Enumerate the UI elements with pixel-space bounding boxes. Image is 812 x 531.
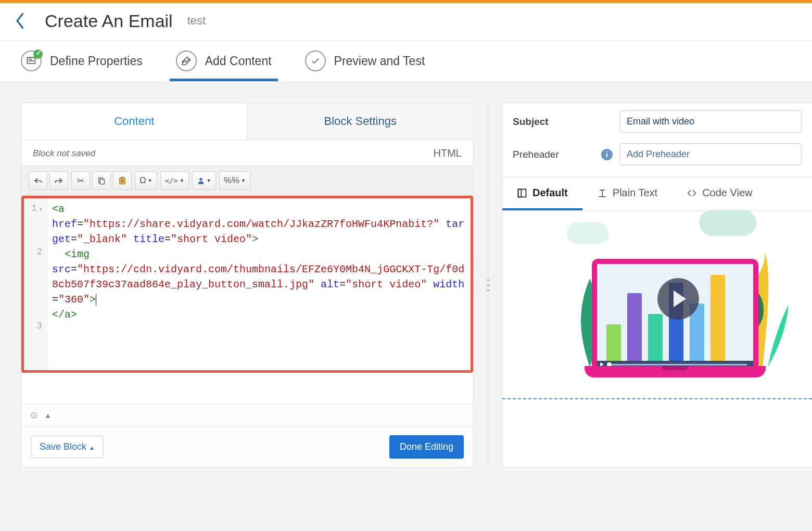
back-button[interactable]: [12, 10, 28, 31]
copy-button[interactable]: [92, 171, 111, 190]
code-view-icon: [687, 188, 697, 198]
editor-subheader: Block not saved HTML: [21, 140, 473, 166]
svg-rect-6: [121, 177, 124, 179]
subject-row: Subject: [502, 103, 812, 136]
insert-code-button[interactable]: </>▼: [160, 171, 189, 190]
redo-button[interactable]: [49, 171, 68, 190]
percent-icon: %%: [224, 175, 239, 186]
person-icon: [197, 176, 205, 185]
layout-icon: [517, 188, 527, 198]
block-status: Block not saved: [33, 148, 95, 159]
email-preview: [502, 211, 812, 399]
caret-down-icon: ▼: [241, 178, 246, 183]
undo-icon: [33, 177, 43, 184]
insert-person-button[interactable]: ▼: [192, 171, 216, 190]
add-content-icon: [176, 50, 197, 71]
decoration-cloud: [567, 222, 608, 244]
wizard-steps: Define Properties Add Content Preview an…: [0, 41, 812, 82]
view-tab-label: Plain Text: [613, 187, 657, 199]
html-mode-label: HTML: [434, 147, 462, 159]
view-tab-code-view[interactable]: Code View: [672, 178, 767, 210]
content-editor-panel: Content Block Settings Block not saved H…: [21, 103, 474, 467]
preview-test-icon: [305, 50, 326, 71]
tab-block-settings[interactable]: Block Settings: [247, 103, 474, 140]
preview-view-tabs: Default Plain Text Code View: [502, 177, 812, 211]
editor-footer-collapse: ⚙ ▲: [21, 404, 473, 426]
step-preview-test[interactable]: Preview and Test: [299, 41, 432, 81]
editor-footer-actions: Save Block ▲ Done Editing: [21, 426, 473, 467]
view-tab-label: Default: [532, 187, 568, 199]
grip-icon: [486, 277, 491, 293]
workspace: Content Block Settings Block not saved H…: [0, 82, 812, 467]
video-thumbnail[interactable]: [585, 232, 772, 377]
caret-down-icon: ▼: [180, 178, 184, 183]
special-char-button[interactable]: Ω▼: [135, 171, 157, 190]
panel-resize-handle[interactable]: [486, 103, 489, 467]
done-editing-button[interactable]: Done Editing: [389, 435, 464, 459]
cut-button[interactable]: ✂: [71, 171, 90, 190]
insert-variable-button[interactable]: %%▼: [219, 171, 250, 190]
preheader-label: Preheader: [513, 149, 601, 160]
info-icon[interactable]: i: [601, 149, 613, 160]
svg-rect-2: [29, 60, 34, 61]
caret-down-icon: ▼: [148, 178, 153, 183]
view-tab-label: Code View: [702, 187, 752, 199]
chevron-left-icon: [16, 13, 25, 29]
caret-down-icon: ▼: [207, 178, 211, 183]
line-number: 2: [24, 245, 44, 259]
code-icon: </>: [165, 176, 178, 185]
code-content[interactable]: <a href="https://share.vidyard.com/watch…: [48, 198, 471, 370]
paste-button[interactable]: T: [113, 171, 132, 190]
svg-rect-1: [29, 59, 32, 60]
copy-icon: [97, 176, 106, 185]
preheader-input[interactable]: [620, 143, 802, 166]
code-editor[interactable]: 1▾ 2 3 <a href="https://share.vidyard.co…: [21, 196, 473, 373]
tab-content[interactable]: Content: [21, 103, 247, 140]
step-add-content[interactable]: Add Content: [170, 41, 278, 81]
line-gutter: 1▾ 2 3: [24, 198, 48, 370]
panel-tabs: Content Block Settings: [21, 103, 473, 140]
subject-input[interactable]: [620, 110, 802, 133]
preheader-row: Preheader i: [502, 136, 812, 169]
code-padding: [21, 373, 473, 404]
caret-up-icon: ▲: [89, 445, 95, 451]
text-icon: [597, 188, 607, 198]
fold-marker-icon: ▾: [39, 207, 42, 212]
collapse-up-icon[interactable]: ▲: [44, 411, 52, 420]
undo-button[interactable]: [29, 171, 47, 190]
svg-rect-4: [100, 179, 104, 184]
define-properties-icon: [21, 50, 42, 71]
page-title: Create An Email: [45, 11, 173, 31]
redo-icon: [54, 177, 64, 184]
editor-toolbar: ✂ T Ω▼ </>▼ ▼ %%▼: [21, 166, 473, 196]
view-tab-default[interactable]: Default: [502, 178, 582, 210]
omega-icon: Ω: [139, 175, 146, 186]
step-label: Define Properties: [50, 54, 143, 68]
text-cursor: [96, 294, 96, 306]
paste-icon: T: [118, 176, 127, 185]
page-subtitle: test: [187, 14, 206, 28]
subject-label: Subject: [513, 116, 601, 128]
laptop-base: [585, 366, 766, 377]
preview-panel: Subject Preheader i Default Plain Text C…: [502, 103, 812, 467]
save-block-label: Save Block: [40, 441, 86, 452]
step-label: Add Content: [205, 54, 272, 68]
step-label: Preview and Test: [334, 54, 425, 68]
svg-point-8: [199, 178, 202, 181]
decoration-cloud: [699, 210, 756, 236]
page-header: Create An Email test: [0, 3, 812, 41]
svg-rect-9: [518, 189, 526, 197]
line-number: 3: [24, 319, 44, 333]
gear-icon[interactable]: ⚙: [30, 410, 38, 421]
line-number: 1: [31, 203, 37, 213]
scissors-icon: ✂: [77, 175, 84, 186]
view-tab-plain-text[interactable]: Plain Text: [582, 178, 672, 210]
svg-rect-10: [518, 189, 522, 197]
step-define-properties[interactable]: Define Properties: [15, 41, 149, 81]
play-button-icon: [657, 278, 699, 320]
save-block-button[interactable]: Save Block ▲: [31, 436, 104, 458]
